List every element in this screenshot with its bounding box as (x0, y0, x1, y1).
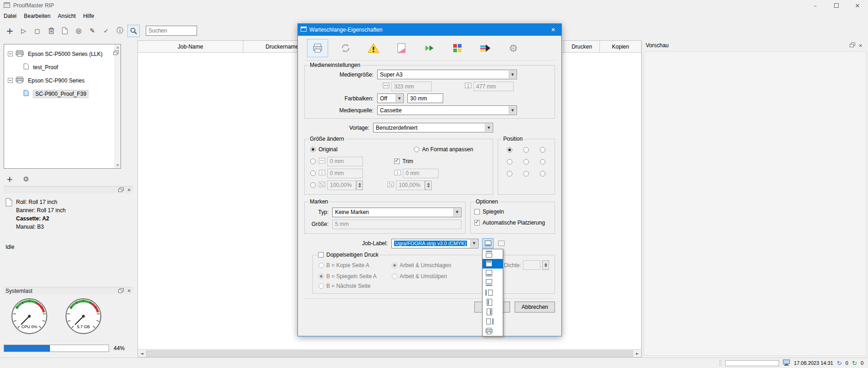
position-radio-bottom-center[interactable] (523, 171, 529, 176)
label-pos-option-top-outside[interactable] (483, 249, 503, 259)
float-panel-icon[interactable] (118, 288, 124, 294)
float-panel-icon[interactable] (850, 43, 855, 48)
close-button[interactable]: ✕ (847, 0, 868, 11)
bside-density-spinner[interactable] (542, 260, 549, 270)
resize-height-radio[interactable] (310, 170, 316, 176)
delete-button[interactable] (45, 25, 57, 37)
collapse-icon[interactable] (8, 51, 13, 56)
scale-x-field[interactable]: 100,00% (327, 181, 356, 190)
scroll-left-icon[interactable]: ◄ (138, 350, 146, 357)
tree-item-job-2[interactable]: SC-P900_Proof_F39 (4, 87, 121, 100)
resize-scale-radio[interactable] (310, 182, 316, 188)
tab-printer[interactable] (307, 39, 328, 57)
colorbar-select[interactable]: Off▼ (377, 93, 404, 103)
resize-height2-field[interactable]: 0 mm (403, 169, 439, 178)
maximize-button[interactable] (826, 0, 847, 11)
colorbar-width-field[interactable]: 30 mm (407, 93, 443, 103)
add-job-button[interactable]: + (4, 25, 16, 37)
duplex-work-turn-radio[interactable] (392, 263, 397, 268)
position-radio-top-left[interactable] (507, 147, 512, 153)
position-radio-middle-right[interactable] (540, 159, 545, 165)
label-pos-option-printer[interactable] (483, 326, 503, 336)
marks-size-field[interactable]: 5 mm (332, 220, 461, 229)
tree-item-job-1[interactable]: test_Proof (4, 60, 121, 74)
label-pos-option-right-outside[interactable] (483, 317, 503, 326)
label-pos-option-bottom-inside[interactable] (483, 269, 503, 278)
float-panel-icon[interactable] (113, 50, 119, 56)
cancel-button[interactable]: Abbrechen (515, 302, 555, 313)
media-height-field[interactable]: 477 mm (473, 82, 514, 91)
horizontal-scrollbar[interactable]: ◄ ► (138, 349, 641, 357)
media-source-select[interactable]: Cassette▼ (377, 105, 517, 115)
column-header-jobname[interactable]: Job-Name (138, 41, 243, 52)
resize-original-radio[interactable] (310, 147, 316, 152)
duplex-work-tumble-radio[interactable] (392, 274, 397, 279)
label-pos-option-bottom-outside[interactable] (483, 278, 503, 288)
duplex-mirror-radio[interactable] (319, 274, 324, 279)
hold-job-button[interactable]: ◎ (72, 25, 85, 37)
dialog-close-icon[interactable]: ✕ (545, 24, 561, 36)
add-printer-button[interactable]: + (5, 174, 15, 184)
menu-bearbeiten[interactable]: Bearbeiten (20, 11, 54, 21)
duplex-checkbox[interactable] (318, 252, 324, 258)
minimize-button[interactable]: – (805, 0, 826, 11)
label-position-button[interactable] (482, 238, 494, 248)
resize-fit-radio[interactable] (414, 147, 419, 152)
column-header-drucken[interactable]: Drucken (564, 41, 600, 52)
tab-process[interactable] (419, 39, 440, 57)
statusbar-grip[interactable] (720, 360, 721, 366)
start-button[interactable]: ▷ (17, 25, 30, 37)
autoplace-checkbox[interactable] (474, 220, 480, 225)
position-radio-top-center[interactable] (523, 147, 529, 153)
close-panel-icon[interactable]: ✕ (859, 43, 863, 48)
scroll-right-icon[interactable]: ► (633, 350, 641, 357)
label-pos-option-right-inside[interactable] (483, 307, 503, 317)
tab-reset[interactable] (335, 39, 356, 57)
tree-item-printer-1[interactable]: Epson SC-P5000 Series (LLK) (4, 47, 121, 60)
scale-y-field[interactable]: 100,00% (396, 181, 425, 190)
tab-proof-media[interactable] (391, 39, 412, 57)
stop-button[interactable]: ▢ (31, 25, 44, 37)
tree-scrollbar[interactable]: ▲▼ (115, 44, 121, 168)
resize-width-field[interactable]: 0 mm (327, 157, 363, 166)
column-header-kopien[interactable]: Kopien (600, 41, 641, 52)
collapse-icon[interactable] (8, 78, 13, 83)
menu-hilfe[interactable]: Hilfe (79, 11, 98, 21)
search-input[interactable] (146, 26, 197, 36)
marks-type-select[interactable]: Keine Marken▼ (332, 208, 461, 217)
position-radio-middle-center[interactable] (523, 159, 529, 165)
duplex-next-page-radio[interactable] (319, 283, 324, 289)
tree-item-printer-2[interactable]: Epson SC-P900 Series (4, 74, 121, 87)
edit-button[interactable]: ✎ (86, 25, 99, 37)
search-button[interactable] (127, 25, 140, 37)
scrollbar-thumb[interactable] (146, 351, 633, 357)
label-pos-option-top-inside[interactable] (483, 259, 503, 269)
tab-settings[interactable]: ⚙ (503, 39, 524, 57)
tab-warnings[interactable] (363, 39, 384, 57)
trim-checkbox[interactable] (394, 159, 400, 164)
media-size-select[interactable]: Super A3▼ (377, 70, 517, 79)
resize-width-radio[interactable] (310, 159, 316, 164)
mirror-checkbox[interactable] (474, 209, 480, 214)
bside-density-field[interactable] (523, 260, 540, 270)
float-panel-icon[interactable] (118, 187, 124, 193)
position-radio-middle-left[interactable] (507, 159, 512, 165)
media-width-field[interactable]: 323 mm (391, 82, 432, 91)
printer-settings-button[interactable]: ⚙ (21, 174, 31, 184)
scale-x-spinner[interactable] (356, 181, 363, 190)
job-label-select[interactable]: Ugra/FOGRA strip v3.0 (CMYK)▼ (391, 239, 478, 248)
template-select[interactable]: Benutzerdefiniert▼ (373, 123, 493, 132)
tab-separations[interactable] (475, 39, 496, 57)
scale-y-spinner[interactable] (425, 181, 432, 190)
duplex-copy-radio[interactable] (319, 263, 324, 268)
resize-height-field[interactable]: 0 mm (327, 169, 363, 178)
label-pos-option-left-outside[interactable] (483, 288, 503, 297)
close-panel-icon[interactable]: ✕ (127, 288, 131, 293)
tab-color[interactable] (447, 39, 468, 57)
close-panel-icon[interactable]: ✕ (127, 187, 131, 192)
approve-button[interactable]: ✓ (100, 25, 112, 37)
position-radio-top-right[interactable] (540, 147, 545, 153)
label-pos-option-left-inside[interactable] (483, 297, 503, 307)
new-document-button[interactable] (59, 25, 71, 37)
menu-ansicht[interactable]: Ansicht (54, 11, 79, 21)
